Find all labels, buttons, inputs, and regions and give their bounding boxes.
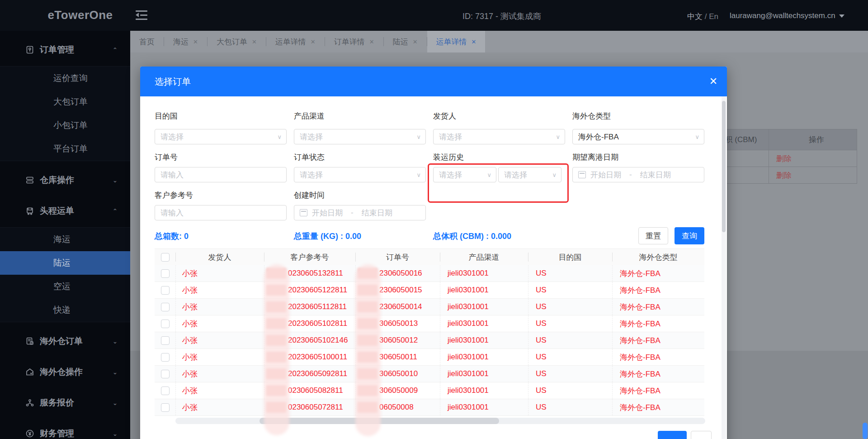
chevron-up-icon: ⌃ bbox=[113, 47, 118, 53]
country-cell: US bbox=[528, 332, 612, 348]
modal-confirm-button-partial[interactable] bbox=[658, 431, 687, 439]
row-checkbox[interactable] bbox=[161, 353, 170, 362]
channel-cell: jieli0301001 bbox=[440, 265, 528, 282]
redaction-blob bbox=[266, 385, 286, 396]
label-warehouse-type: 海外仓类型 bbox=[572, 111, 611, 121]
sidebar-item-运价查询[interactable]: 运价查询 bbox=[0, 67, 130, 90]
warehouse-type-cell: 海外仓-FBA bbox=[612, 366, 704, 382]
sidebar-group-财务管理[interactable]: 财务管理⌄ bbox=[0, 422, 130, 439]
row-checkbox[interactable] bbox=[161, 286, 170, 295]
sidebar-group-头程运单[interactable]: 头程运单⌃ bbox=[0, 199, 130, 223]
close-icon[interactable]: ✕ bbox=[413, 38, 418, 45]
tab-label: 海运 bbox=[173, 37, 189, 47]
sidebar-group-订单管理[interactable]: 订单管理⌃ bbox=[0, 38, 130, 62]
table-row: 小张20230605100011306050011jieli0301001US海… bbox=[155, 349, 704, 366]
select-all-checkbox[interactable] bbox=[161, 253, 170, 262]
row-checkbox[interactable] bbox=[161, 320, 170, 328]
shipping-history-select-2[interactable]: 请选择∨ bbox=[498, 167, 561, 182]
create-time-range-picker[interactable]: 开始日期 - 结束日期 bbox=[294, 205, 426, 220]
expected-departure-range-picker[interactable]: 开始日期 - 结束日期 bbox=[572, 167, 704, 182]
row-checkbox[interactable] bbox=[161, 336, 170, 345]
tab-运单详情[interactable]: 运单详情✕ bbox=[427, 31, 486, 52]
row-checkbox[interactable] bbox=[161, 370, 170, 378]
redaction-blob bbox=[358, 402, 377, 413]
order-no-cell: 2306050016 bbox=[355, 265, 440, 282]
chevron-up-icon: ⌃ bbox=[113, 208, 118, 215]
sidebar-item-小包订单[interactable]: 小包订单 bbox=[0, 114, 130, 137]
language-switcher[interactable]: 中文 / En bbox=[687, 11, 718, 22]
sidebar-group-海外仓订单[interactable]: 海外仓订单⌄ bbox=[0, 329, 130, 353]
bg-table-row: 删除 bbox=[705, 150, 857, 167]
tab-订单详情[interactable]: 订单详情✕ bbox=[325, 31, 383, 52]
shipper-cell: 小张 bbox=[175, 382, 264, 399]
shipping-history-select-1[interactable]: 请选择∨ bbox=[433, 167, 496, 182]
row-checkbox[interactable] bbox=[161, 387, 170, 395]
modal-cancel-button-partial[interactable] bbox=[691, 431, 712, 439]
redaction-blob bbox=[266, 402, 286, 413]
redaction-blob bbox=[358, 352, 377, 363]
column-header-产品渠道: 产品渠道 bbox=[440, 249, 528, 265]
query-button[interactable]: 查询 bbox=[675, 227, 704, 244]
sidebar-item-陆运[interactable]: 陆运 bbox=[0, 251, 130, 275]
close-icon[interactable]: ✕ bbox=[472, 38, 476, 45]
sidebar-item-平台订单[interactable]: 平台订单 bbox=[0, 137, 130, 161]
delete-link[interactable]: 删除 bbox=[776, 170, 792, 181]
country-cell: US bbox=[528, 265, 612, 282]
sidebar-group-仓库操作[interactable]: 仓库操作⌄ bbox=[0, 168, 130, 192]
window-scrollbar-thumb[interactable] bbox=[863, 423, 868, 439]
menu-fold-icon[interactable] bbox=[136, 10, 149, 21]
reset-button[interactable]: 重置 bbox=[638, 227, 668, 244]
table-horizontal-scrollbar[interactable] bbox=[175, 418, 705, 424]
redaction-blob bbox=[266, 368, 286, 379]
column-header-发货人: 发货人 bbox=[175, 249, 264, 265]
order-status-select[interactable]: 请选择∨ bbox=[294, 167, 426, 182]
tab-海运[interactable]: 海运✕ bbox=[164, 31, 207, 52]
select-order-modal: 选择订单 ✕ 目的国 产品渠道 发货人 海外仓类型 请选择∨ 请选择∨ 请选择∨… bbox=[140, 67, 727, 439]
customer-ref-input[interactable]: 请输入 bbox=[155, 205, 287, 220]
close-icon[interactable]: ✕ bbox=[369, 38, 374, 45]
table-row: 小张20230605102811306050013jieli0301001US海… bbox=[155, 315, 704, 332]
sidebar-item-空运[interactable]: 空运 bbox=[0, 275, 130, 298]
close-icon[interactable]: ✕ bbox=[708, 76, 719, 87]
sidebar-group-海外仓操作[interactable]: 海外仓操作⌄ bbox=[0, 360, 130, 384]
redaction-blob bbox=[358, 268, 377, 279]
tab-大包订单[interactable]: 大包订单✕ bbox=[208, 31, 266, 52]
delete-link[interactable]: 删除 bbox=[776, 153, 792, 164]
row-checkbox[interactable] bbox=[161, 403, 170, 412]
tab-首页[interactable]: 首页 bbox=[130, 31, 164, 52]
chevron-down-icon: ⌄ bbox=[113, 430, 118, 437]
sidebar-group-服务报价[interactable]: 服务报价⌄ bbox=[0, 391, 130, 415]
sidebar-group-label: 订单管理 bbox=[40, 44, 74, 56]
account-menu[interactable]: laurawang@walltechsystem.cn bbox=[730, 11, 844, 20]
modal-vertical-scrollbar[interactable] bbox=[722, 96, 726, 439]
row-checkbox[interactable] bbox=[161, 303, 170, 311]
label-product-channel: 产品渠道 bbox=[294, 111, 325, 121]
customer-ref-cell: 20230605102146 bbox=[264, 332, 355, 348]
dest-country-select[interactable]: 请选择∨ bbox=[155, 129, 287, 144]
close-icon[interactable]: ✕ bbox=[193, 38, 198, 45]
sidebar-item-快递[interactable]: 快递 bbox=[0, 298, 130, 322]
warehouse-type-select[interactable]: 海外仓-FBA∨ bbox=[572, 129, 704, 144]
order-no-cell: 2306050015 bbox=[355, 282, 440, 298]
chevron-down-icon: ∨ bbox=[556, 134, 560, 140]
redaction-blob bbox=[358, 285, 377, 296]
tab-label: 运单详情 bbox=[436, 37, 467, 47]
close-icon[interactable]: ✕ bbox=[311, 38, 316, 45]
order-no-input[interactable]: 请输入 bbox=[155, 167, 287, 182]
close-icon[interactable]: ✕ bbox=[252, 38, 257, 45]
country-cell: US bbox=[528, 366, 612, 382]
sidebar-item-海运[interactable]: 海运 bbox=[0, 228, 130, 251]
redaction-blob bbox=[358, 335, 377, 346]
channel-cell: jieli0301001 bbox=[440, 282, 528, 298]
row-checkbox[interactable] bbox=[161, 269, 170, 278]
sidebar-item-大包订单[interactable]: 大包订单 bbox=[0, 90, 130, 114]
redaction-blob bbox=[266, 352, 286, 363]
warehouse-type-cell: 海外仓-FBA bbox=[612, 282, 704, 298]
channel-cell: jieli0301001 bbox=[440, 382, 528, 399]
label-order-no: 订单号 bbox=[155, 152, 178, 162]
shipper-cell: 小张 bbox=[175, 349, 264, 365]
product-channel-select[interactable]: 请选择∨ bbox=[294, 129, 426, 144]
shipper-select[interactable]: 请选择∨ bbox=[433, 129, 565, 144]
tab-陆运[interactable]: 陆运✕ bbox=[384, 31, 427, 52]
tab-运单详情[interactable]: 运单详情✕ bbox=[266, 31, 325, 52]
